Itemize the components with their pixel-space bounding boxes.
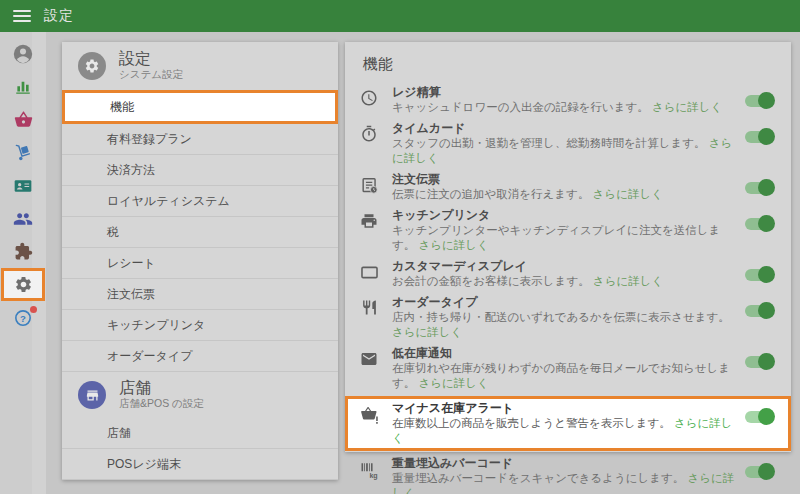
feature-row-カスタマーディスプレイ: カスタマーディスプレイ お会計の金額をお客様に表示します。 さらに詳しく — [345, 256, 791, 292]
basket-icon — [14, 110, 33, 129]
menu-section: 設定 システム設定 機能有料登録プラン決済方法ロイヤルティシステム税レシート注文… — [62, 42, 338, 372]
feature-row-重量埋込みバーコード: kg 重量埋込みバーコード 重量埋込みバーコードをスキャンできるようにします。 … — [345, 453, 791, 494]
menu-item-店舗[interactable]: 店舗 — [62, 418, 338, 449]
feature-title: オーダータイプ — [392, 295, 735, 310]
sidebar-item-inventory[interactable] — [0, 136, 46, 169]
menu-item-注文伝票[interactable]: 注文伝票 — [62, 279, 338, 310]
section-title: 店舗 — [119, 379, 204, 396]
feature-row-レジ精算: レジ精算 キャッシュドロワーの入出金の記録を行います。 さらに詳しく — [345, 82, 791, 118]
feature-toggle[interactable] — [745, 302, 775, 319]
feature-toggle[interactable] — [745, 215, 775, 232]
basket-alert-icon — [359, 405, 379, 425]
puzzle-icon — [14, 242, 33, 261]
icon-sidebar: ? — [0, 32, 46, 494]
page-title: 設定 — [44, 7, 74, 25]
menu-item-レシート[interactable]: レシート — [62, 248, 338, 279]
menu-item-有料登録プラン[interactable]: 有料登録プラン — [62, 124, 338, 155]
menu-item-決済方法[interactable]: 決済方法 — [62, 155, 338, 186]
gear-icon — [14, 275, 33, 294]
feature-title: レジ精算 — [392, 85, 735, 100]
panel-title: 機能 — [345, 42, 791, 82]
learn-more-link[interactable]: さらに詳しく — [392, 326, 462, 338]
learn-more-link[interactable]: さらに詳しく — [418, 377, 488, 389]
feature-title: タイムカード — [392, 121, 735, 136]
section-subtitle: システム設定 — [119, 68, 183, 82]
feature-description: 在庫数以上の商品を販売しようと警告を表示します。 さらに詳しく — [392, 416, 735, 446]
feature-toggle[interactable] — [745, 128, 775, 145]
feature-description: スタッフの出勤・退勤を管理し、総勤務時間を計算します。 さらに詳しく — [392, 136, 735, 166]
notification-dot — [30, 306, 37, 313]
feature-description: キャッシュドロワーの入出金の記録を行います。 さらに詳しく — [392, 100, 735, 115]
learn-more-link[interactable]: さらに詳しく — [593, 275, 663, 287]
people-icon — [13, 209, 33, 229]
settings-menu-panel: 設定 システム設定 機能有料登録プラン決済方法ロイヤルティシステム税レシート注文… — [62, 42, 338, 480]
feature-description: お会計の金額をお客様に表示します。 さらに詳しく — [392, 274, 735, 289]
feature-description: 在庫切れや在庫が残りわずかの商品を毎日メールでお知らせします。 さらに詳しく — [392, 361, 735, 391]
feature-toggle[interactable] — [745, 266, 775, 283]
bar-chart-icon — [14, 78, 32, 96]
feature-list: レジ精算 キャッシュドロワーの入出金の記録を行います。 さらに詳しく タイムカー… — [345, 82, 791, 494]
sidebar-item-settings[interactable] — [1, 268, 45, 301]
menu-section: 店舗 店舗&POS の設定 店舗POSレジ端末 — [62, 372, 338, 480]
learn-more-link[interactable]: さらに詳しく — [593, 188, 663, 200]
menu-section-header: 店舗 店舗&POS の設定 — [62, 372, 338, 418]
envelope-icon — [359, 350, 379, 368]
feature-toggle[interactable] — [745, 463, 775, 480]
menu-item-POSレジ端末[interactable]: POSレジ端末 — [62, 449, 338, 480]
top-bar: 設定 — [0, 0, 800, 32]
feature-row-キッチンプリンタ: キッチンプリンタ キッチンプリンターやキッチンディスプレイに注文を送信します。 … — [345, 205, 791, 256]
sidebar-item-account[interactable] — [0, 37, 46, 70]
display-icon — [359, 263, 379, 282]
feature-description: キッチンプリンターやキッチンディスプレイに注文を送信します。 さらに詳しく — [392, 223, 735, 253]
section-title: 設定 — [119, 50, 183, 67]
sidebar-item-apps[interactable] — [0, 235, 46, 268]
feature-row-タイムカード: タイムカード スタッフの出勤・退勤を管理し、総勤務時間を計算します。 さらに詳し… — [345, 118, 791, 169]
hamburger-menu-icon[interactable] — [13, 10, 31, 23]
store-circle-icon — [78, 381, 106, 409]
sidebar-item-help[interactable]: ? — [0, 301, 46, 334]
sidebar-item-customers[interactable] — [0, 202, 46, 235]
sidebar-item-employees[interactable] — [0, 169, 46, 202]
badge-card-icon — [13, 176, 33, 196]
menu-item-キッチンプリンタ[interactable]: キッチンプリンタ — [62, 310, 338, 341]
feature-row-マイナス在庫アラート: マイナス在庫アラート 在庫数以上の商品を販売しようと警告を表示します。 さらに詳… — [345, 396, 791, 451]
barcode-kg-icon: kg — [359, 460, 379, 480]
printer-icon — [359, 212, 379, 230]
feature-title: カスタマーディスプレイ — [392, 259, 735, 274]
features-panel: 機能 レジ精算 キャッシュドロワーの入出金の記録を行います。 さらに詳しく タイ… — [345, 42, 791, 452]
feature-title: 重量埋込みバーコード — [392, 456, 735, 471]
clock-icon — [359, 89, 379, 107]
gear-circle-icon — [78, 52, 106, 80]
feature-toggle[interactable] — [745, 179, 775, 196]
feature-row-注文伝票: 注文伝票 伝票に注文の追加や取消を行えます。 さらに詳しく — [345, 169, 791, 205]
feature-title: 低在庫通知 — [392, 346, 735, 361]
account-icon — [12, 43, 34, 65]
menu-section-header: 設定 システム設定 — [62, 42, 338, 90]
feature-title: キッチンプリンタ — [392, 208, 735, 223]
sidebar-item-reports[interactable] — [0, 70, 46, 103]
hand-truck-icon — [14, 143, 33, 162]
learn-more-link[interactable]: さらに詳しく — [652, 101, 722, 113]
feature-description: 重量埋込みバーコードをスキャンできるようにします。 さらに詳しく — [392, 471, 735, 494]
menu-item-税[interactable]: 税 — [62, 217, 338, 248]
feature-row-オーダータイプ: オーダータイプ 店内・持ち帰り・配送のいずれであるかを伝票に表示させます。 さら… — [345, 292, 791, 343]
feature-description: 伝票に注文の追加や取消を行えます。 さらに詳しく — [392, 187, 735, 202]
feature-row-低在庫通知: 低在庫通知 在庫切れや在庫が残りわずかの商品を毎日メールでお知らせします。 さら… — [345, 343, 791, 394]
svg-text:?: ? — [20, 312, 26, 323]
menu-item-ロイヤルティシステム[interactable]: ロイヤルティシステム — [62, 186, 338, 217]
menu-item-オーダータイプ[interactable]: オーダータイプ — [62, 341, 338, 372]
utensils-icon — [359, 299, 379, 316]
feature-toggle[interactable] — [745, 92, 775, 109]
learn-more-link[interactable]: さらに詳しく — [418, 239, 488, 251]
section-subtitle: 店舗&POS の設定 — [119, 397, 204, 411]
feature-toggle[interactable] — [745, 353, 775, 370]
feature-title: マイナス在庫アラート — [392, 401, 735, 416]
stopwatch-icon — [359, 125, 379, 143]
feature-toggle[interactable] — [745, 408, 775, 425]
feature-description: 店内・持ち帰り・配送のいずれであるかを伝票に表示させます。 さらに詳しく — [392, 310, 735, 340]
menu-item-機能[interactable]: 機能 — [62, 90, 338, 124]
feature-title: 注文伝票 — [392, 172, 735, 187]
svg-text:kg: kg — [369, 472, 377, 480]
order-ticket-icon — [359, 176, 379, 195]
sidebar-item-items[interactable] — [0, 103, 46, 136]
